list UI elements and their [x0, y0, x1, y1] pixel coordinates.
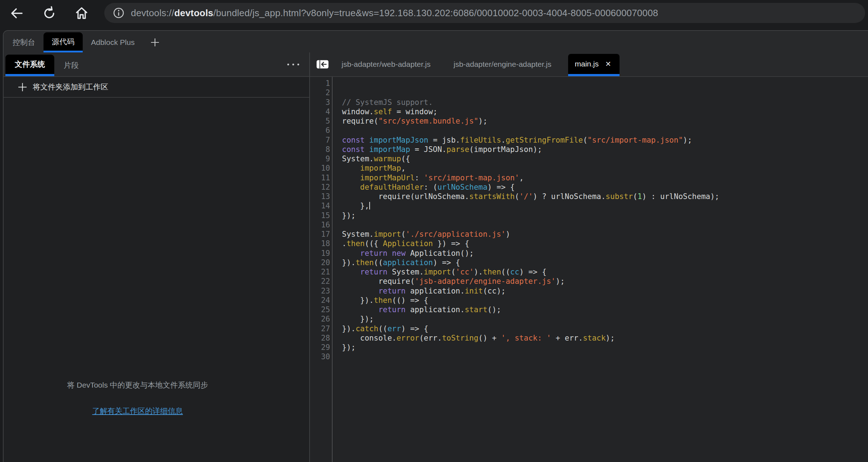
line-number[interactable]: 7 — [310, 135, 330, 145]
code-line — [342, 79, 868, 88]
add-folder-label: 将文件夹添加到工作区 — [33, 82, 108, 92]
line-number[interactable]: 17 — [310, 230, 330, 239]
plus-icon — [150, 38, 160, 47]
line-number[interactable]: 14 — [310, 201, 330, 211]
reload-button[interactable] — [41, 5, 58, 22]
page-info-icon[interactable] — [113, 7, 124, 19]
line-number[interactable]: 2 — [310, 88, 330, 97]
navigator-tab-文件系统[interactable]: 文件系统 — [5, 55, 54, 76]
close-tab-icon[interactable]: ✕ — [604, 59, 613, 69]
code-token: Application — [383, 239, 433, 248]
more-options-icon — [287, 64, 289, 65]
code-token: ) => { — [519, 268, 547, 276]
code-token: then — [356, 258, 374, 267]
line-number[interactable]: 8 — [310, 145, 330, 154]
code-token: ( — [451, 268, 456, 276]
editor-tab-jsb-adapter-web-adapter.js[interactable]: jsb-adapter/web-adapter.js — [330, 52, 442, 76]
url-host: devtools — [174, 8, 214, 18]
line-number[interactable]: 22 — [310, 277, 330, 286]
line-number[interactable]: 21 — [310, 267, 330, 277]
code-token: application — [383, 258, 433, 267]
code-line: require('jsb-adapter/engine-adapter.js')… — [342, 277, 868, 286]
line-number[interactable]: 16 — [310, 220, 330, 230]
code-token: ) : urlNoSchema); — [642, 192, 719, 201]
devtools-tab-Adblock-Plus[interactable]: Adblock Plus — [83, 32, 143, 52]
code-token: then — [483, 268, 501, 276]
more-tabs-button[interactable] — [147, 32, 163, 52]
code-line: const importMapJson = jsb.fileUtils.getS… — [342, 135, 868, 145]
line-number[interactable]: 30 — [310, 352, 330, 361]
code-line: }).then((application) => { — [342, 258, 868, 267]
code-token: importMap — [360, 164, 401, 172]
navigator-tab-片段[interactable]: 片段 — [54, 55, 88, 76]
code-token — [342, 164, 360, 172]
line-number[interactable]: 25 — [310, 305, 330, 314]
sources-navigator-pane: 文件系统片段 将文件夹添加到工作区 将 DevTools 中的更改与本地文件系统… — [4, 52, 310, 462]
code-token: defaultHandler — [360, 183, 424, 191]
more-options-button[interactable] — [285, 52, 301, 76]
line-number[interactable]: 4 — [310, 107, 330, 116]
line-number[interactable]: 5 — [310, 116, 330, 126]
code-line: }); — [342, 343, 868, 352]
back-button[interactable] — [9, 5, 25, 22]
line-number[interactable]: 19 — [310, 249, 330, 258]
code-token: System. — [387, 268, 424, 276]
code-token: ); — [606, 334, 615, 342]
workspace-learn-more-link[interactable]: 了解有关工作区的详细信息 — [4, 406, 271, 416]
line-number[interactable]: 10 — [310, 163, 330, 173]
reload-icon — [42, 6, 56, 20]
code-token: startsWith — [469, 192, 515, 201]
code-token: 'src/import-map.json' — [424, 174, 520, 182]
line-number[interactable]: 23 — [310, 286, 330, 296]
editor-tab-main.js[interactable]: main.js✕ — [568, 54, 620, 76]
line-number[interactable]: 27 — [310, 324, 330, 333]
code-token: (); — [488, 305, 501, 314]
line-number[interactable]: 26 — [310, 314, 330, 324]
code-token: fileUtils — [460, 136, 501, 144]
line-number[interactable]: 9 — [310, 154, 330, 163]
code-token: }). — [342, 296, 374, 305]
line-number[interactable]: 15 — [310, 211, 330, 220]
back-arrow-icon — [10, 6, 24, 20]
code-line: }).catch((err) => { — [342, 324, 868, 333]
tab-label: 文件系统 — [15, 59, 45, 69]
code-line: }).then(() => { — [342, 296, 868, 305]
code-token: = window; — [392, 107, 437, 116]
url-bar[interactable]: devtools://devtools/bundled/js_app.html?… — [104, 3, 865, 23]
line-number[interactable]: 29 — [310, 343, 330, 352]
code-token: 'cc' — [456, 268, 474, 276]
devtools-tab-控制台[interactable]: 控制台 — [4, 32, 44, 52]
url-text[interactable]: devtools://devtools/bundled/js_app.html?… — [131, 8, 658, 19]
code-token: ); — [683, 136, 692, 144]
line-number[interactable]: 24 — [310, 296, 330, 305]
code-token: ) => { — [401, 324, 428, 333]
editor-tab-jsb-adapter-engine-adapter.js[interactable]: jsb-adapter/engine-adapter.js — [442, 52, 563, 76]
line-number-gutter[interactable]: 1234567891011121314151617181920212223242… — [310, 77, 333, 462]
code-line: console.error(err.toString() + ', stack:… — [342, 333, 868, 343]
code-token: }); — [342, 343, 356, 352]
code-token: ( — [633, 192, 638, 201]
code-token: : — [415, 174, 424, 182]
code-token: = jsb. — [428, 136, 460, 144]
code-content[interactable]: // SystemJS support.window.self = window… — [333, 77, 868, 462]
editor-tabbar: jsb-adapter/web-adapter.jsjsb-adapter/en… — [310, 52, 868, 77]
code-editor: 1234567891011121314151617181920212223242… — [310, 77, 868, 462]
line-number[interactable]: 12 — [310, 183, 330, 192]
code-line: defaultHandler: (urlNoSchema) => { — [342, 183, 868, 192]
devtools-tab-源代码[interactable]: 源代码 — [44, 32, 83, 52]
home-button[interactable] — [73, 5, 90, 22]
code-token: catch — [356, 324, 378, 333]
line-number[interactable]: 28 — [310, 333, 330, 343]
line-number[interactable]: 18 — [310, 239, 330, 248]
line-number[interactable]: 6 — [310, 126, 330, 135]
line-number[interactable]: 13 — [310, 192, 330, 201]
code-token: ) ? urlNoSchema. — [533, 192, 606, 201]
toggle-navigator-button[interactable] — [316, 60, 329, 69]
code-token: "src/system.bundle.js" — [378, 117, 478, 125]
add-folder-to-workspace-button[interactable]: 将文件夹添加到工作区 — [4, 77, 309, 98]
line-number[interactable]: 1 — [310, 79, 330, 88]
line-number[interactable]: 20 — [310, 258, 330, 267]
tab-label: jsb-adapter/engine-adapter.js — [453, 60, 551, 69]
line-number[interactable]: 3 — [310, 98, 330, 107]
line-number[interactable]: 11 — [310, 173, 330, 183]
